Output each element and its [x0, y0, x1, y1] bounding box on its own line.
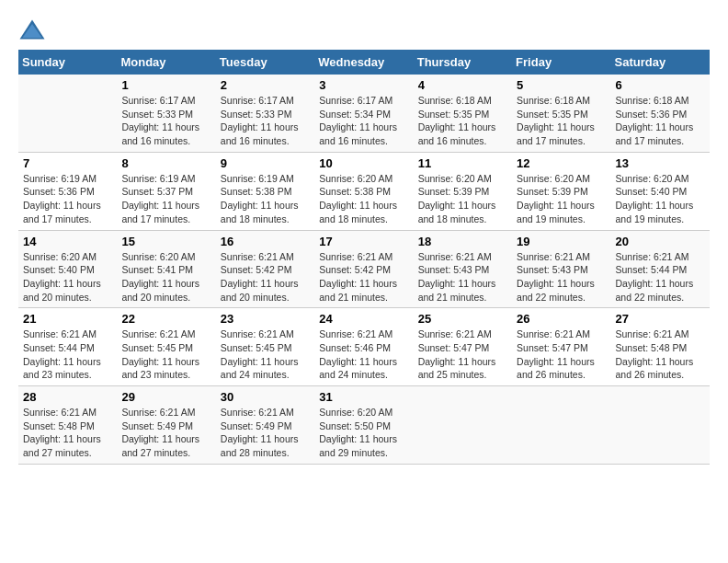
day-info: Sunrise: 6:17 AMSunset: 5:33 PMDaylight:…	[121, 94, 210, 148]
day-info: Sunrise: 6:19 AMSunset: 5:37 PMDaylight:…	[121, 172, 210, 226]
day-number: 31	[319, 390, 408, 404]
day-info: Sunrise: 6:20 AMSunset: 5:41 PMDaylight:…	[121, 250, 210, 304]
week-row-2: 7Sunrise: 6:19 AMSunset: 5:36 PMDaylight…	[18, 152, 710, 230]
day-info: Sunrise: 6:21 AMSunset: 5:45 PMDaylight:…	[221, 327, 310, 382]
day-info: Sunrise: 6:21 AMSunset: 5:48 PMDaylight:…	[616, 327, 705, 382]
day-number: 24	[319, 312, 408, 326]
col-header-saturday: Saturday	[611, 50, 710, 75]
day-number: 9	[221, 156, 310, 170]
day-number: 25	[418, 312, 507, 326]
day-cell: 17Sunrise: 6:21 AMSunset: 5:42 PMDayligh…	[314, 230, 413, 308]
day-cell: 16Sunrise: 6:21 AMSunset: 5:42 PMDayligh…	[216, 230, 314, 308]
header	[18, 18, 710, 40]
day-cell: 2Sunrise: 6:17 AMSunset: 5:33 PMDaylight…	[216, 75, 314, 152]
day-number: 1	[121, 78, 210, 92]
day-info: Sunrise: 6:20 AMSunset: 5:40 PMDaylight:…	[616, 172, 705, 226]
day-number: 27	[616, 312, 705, 326]
day-number: 19	[517, 235, 606, 248]
day-info: Sunrise: 6:20 AMSunset: 5:50 PMDaylight:…	[319, 406, 408, 460]
col-header-tuesday: Tuesday	[216, 50, 314, 75]
day-cell: 8Sunrise: 6:19 AMSunset: 5:37 PMDaylight…	[117, 152, 215, 230]
day-cell: 29Sunrise: 6:21 AMSunset: 5:49 PMDayligh…	[117, 386, 215, 465]
col-header-thursday: Thursday	[414, 50, 512, 75]
day-info: Sunrise: 6:17 AMSunset: 5:34 PMDaylight:…	[319, 94, 408, 148]
day-cell: 3Sunrise: 6:17 AMSunset: 5:34 PMDaylight…	[314, 75, 413, 152]
day-cell: 20Sunrise: 6:21 AMSunset: 5:44 PMDayligh…	[611, 230, 710, 308]
day-cell: 22Sunrise: 6:21 AMSunset: 5:45 PMDayligh…	[117, 308, 215, 386]
day-info: Sunrise: 6:21 AMSunset: 5:43 PMDaylight:…	[418, 250, 507, 304]
day-number: 17	[319, 235, 408, 248]
day-cell: 11Sunrise: 6:20 AMSunset: 5:39 PMDayligh…	[414, 152, 512, 230]
day-number: 7	[23, 156, 112, 170]
day-info: Sunrise: 6:18 AMSunset: 5:36 PMDaylight:…	[616, 94, 705, 148]
day-number: 2	[221, 78, 310, 92]
day-info: Sunrise: 6:21 AMSunset: 5:47 PMDaylight:…	[517, 327, 606, 382]
day-cell	[512, 386, 610, 465]
day-info: Sunrise: 6:20 AMSunset: 5:38 PMDaylight:…	[319, 172, 408, 226]
day-cell: 4Sunrise: 6:18 AMSunset: 5:35 PMDaylight…	[414, 75, 512, 152]
day-info: Sunrise: 6:21 AMSunset: 5:46 PMDaylight:…	[319, 327, 408, 382]
day-info: Sunrise: 6:17 AMSunset: 5:33 PMDaylight:…	[221, 94, 310, 148]
day-info: Sunrise: 6:20 AMSunset: 5:40 PMDaylight:…	[23, 250, 112, 304]
day-info: Sunrise: 6:20 AMSunset: 5:39 PMDaylight:…	[418, 172, 507, 226]
day-cell: 13Sunrise: 6:20 AMSunset: 5:40 PMDayligh…	[611, 152, 710, 230]
day-cell: 5Sunrise: 6:18 AMSunset: 5:35 PMDaylight…	[512, 75, 610, 152]
day-number: 12	[517, 156, 606, 170]
day-info: Sunrise: 6:21 AMSunset: 5:45 PMDaylight:…	[121, 327, 210, 382]
day-number: 14	[23, 235, 112, 248]
day-number: 13	[616, 156, 705, 170]
day-number: 6	[616, 78, 705, 92]
day-cell	[18, 75, 117, 152]
col-header-friday: Friday	[512, 50, 610, 75]
day-number: 5	[517, 78, 606, 92]
day-info: Sunrise: 6:21 AMSunset: 5:48 PMDaylight:…	[23, 406, 112, 460]
day-info: Sunrise: 6:21 AMSunset: 5:42 PMDaylight:…	[221, 250, 310, 304]
day-number: 26	[517, 312, 606, 326]
day-number: 28	[23, 390, 112, 404]
day-info: Sunrise: 6:21 AMSunset: 5:49 PMDaylight:…	[221, 406, 310, 460]
week-row-1: 1Sunrise: 6:17 AMSunset: 5:33 PMDaylight…	[18, 75, 710, 152]
day-cell: 10Sunrise: 6:20 AMSunset: 5:38 PMDayligh…	[314, 152, 413, 230]
col-header-monday: Monday	[117, 50, 215, 75]
day-cell: 14Sunrise: 6:20 AMSunset: 5:40 PMDayligh…	[18, 230, 117, 308]
day-number: 29	[121, 390, 210, 404]
day-number: 23	[221, 312, 310, 326]
day-info: Sunrise: 6:19 AMSunset: 5:38 PMDaylight:…	[221, 172, 310, 226]
day-info: Sunrise: 6:21 AMSunset: 5:44 PMDaylight:…	[616, 250, 705, 304]
day-cell: 1Sunrise: 6:17 AMSunset: 5:33 PMDaylight…	[117, 75, 215, 152]
day-cell: 12Sunrise: 6:20 AMSunset: 5:39 PMDayligh…	[512, 152, 610, 230]
day-info: Sunrise: 6:21 AMSunset: 5:47 PMDaylight:…	[418, 327, 507, 382]
day-number: 3	[319, 78, 408, 92]
day-number: 15	[121, 235, 210, 248]
day-cell: 30Sunrise: 6:21 AMSunset: 5:49 PMDayligh…	[216, 386, 314, 465]
day-cell	[611, 386, 710, 465]
day-number: 30	[221, 390, 310, 404]
day-number: 16	[221, 235, 310, 248]
day-cell: 15Sunrise: 6:20 AMSunset: 5:41 PMDayligh…	[117, 230, 215, 308]
day-cell: 28Sunrise: 6:21 AMSunset: 5:48 PMDayligh…	[18, 386, 117, 465]
day-cell: 27Sunrise: 6:21 AMSunset: 5:48 PMDayligh…	[611, 308, 710, 386]
week-row-4: 21Sunrise: 6:21 AMSunset: 5:44 PMDayligh…	[18, 308, 710, 386]
day-cell: 6Sunrise: 6:18 AMSunset: 5:36 PMDaylight…	[611, 75, 710, 152]
day-info: Sunrise: 6:19 AMSunset: 5:36 PMDaylight:…	[23, 172, 112, 226]
day-cell: 26Sunrise: 6:21 AMSunset: 5:47 PMDayligh…	[512, 308, 610, 386]
day-cell: 23Sunrise: 6:21 AMSunset: 5:45 PMDayligh…	[216, 308, 314, 386]
col-header-sunday: Sunday	[18, 50, 117, 75]
col-header-wednesday: Wednesday	[314, 50, 413, 75]
day-cell: 7Sunrise: 6:19 AMSunset: 5:36 PMDaylight…	[18, 152, 117, 230]
day-info: Sunrise: 6:21 AMSunset: 5:44 PMDaylight:…	[23, 327, 112, 382]
day-number: 4	[418, 78, 507, 92]
day-info: Sunrise: 6:21 AMSunset: 5:49 PMDaylight:…	[121, 406, 210, 460]
day-info: Sunrise: 6:18 AMSunset: 5:35 PMDaylight:…	[418, 94, 507, 148]
header-row: SundayMondayTuesdayWednesdayThursdayFrid…	[18, 50, 710, 75]
day-info: Sunrise: 6:18 AMSunset: 5:35 PMDaylight:…	[517, 94, 606, 148]
day-cell: 25Sunrise: 6:21 AMSunset: 5:47 PMDayligh…	[414, 308, 512, 386]
calendar-table: SundayMondayTuesdayWednesdayThursdayFrid…	[18, 50, 710, 465]
day-cell: 31Sunrise: 6:20 AMSunset: 5:50 PMDayligh…	[314, 386, 413, 465]
day-cell: 19Sunrise: 6:21 AMSunset: 5:43 PMDayligh…	[512, 230, 610, 308]
logo-icon	[18, 18, 46, 40]
day-number: 20	[616, 235, 705, 248]
day-info: Sunrise: 6:20 AMSunset: 5:39 PMDaylight:…	[517, 172, 606, 226]
day-cell: 18Sunrise: 6:21 AMSunset: 5:43 PMDayligh…	[414, 230, 512, 308]
day-info: Sunrise: 6:21 AMSunset: 5:43 PMDaylight:…	[517, 250, 606, 304]
